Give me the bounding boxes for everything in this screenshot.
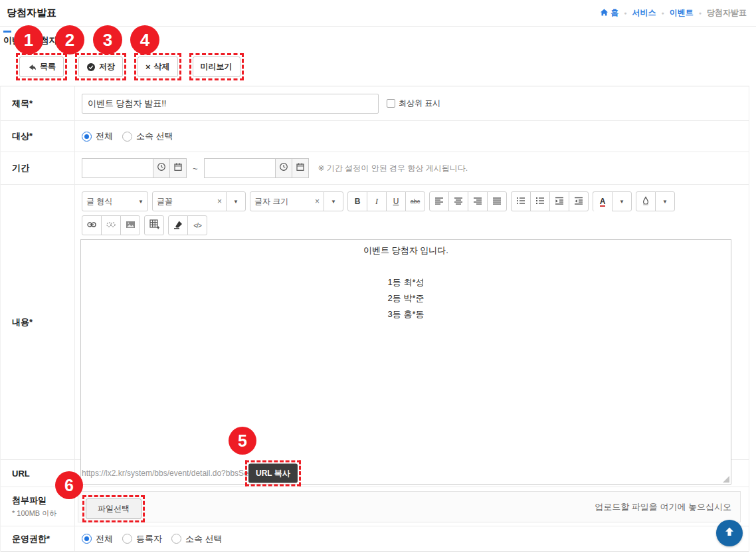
permission-radio-registrant-label: 등록자 [136, 533, 162, 545]
align-right-button[interactable] [468, 191, 488, 211]
chevron-down-icon: ▼ [619, 199, 624, 205]
bullet-list-button[interactable] [511, 191, 531, 211]
file-select-button[interactable]: 파일선택 [86, 498, 142, 519]
target-radio-group[interactable] [122, 132, 132, 142]
strikethrough-button[interactable]: abc [405, 191, 425, 211]
scroll-to-top-button[interactable] [716, 520, 743, 546]
row-target: 대상* 전체 소속 선택 [1, 121, 749, 152]
target-radio-all[interactable] [82, 132, 92, 142]
period-end-group [204, 158, 309, 178]
code-view-button[interactable]: </> [187, 215, 207, 235]
font-color-button[interactable]: A [593, 191, 613, 211]
permission-radio-group[interactable] [171, 534, 181, 544]
align-left-button[interactable] [429, 191, 449, 211]
highlight-color-button[interactable] [636, 191, 656, 211]
target-radio-group-label: 소속 선택 [136, 130, 173, 142]
font-select[interactable]: 글꼴 × [152, 191, 227, 211]
url-field: https://lx2.kr/system/bbs/event/detail.d… [75, 460, 749, 487]
insert-group [82, 215, 140, 235]
size-select-caret[interactable]: ▼ [324, 191, 343, 211]
underline-button[interactable]: U [386, 191, 406, 211]
period-tilde: ~ [193, 164, 198, 173]
font-select-caret[interactable]: ▼ [226, 191, 246, 211]
permission-radio-all-label: 전체 [96, 533, 113, 545]
align-group [429, 191, 507, 211]
permission-radio-registrant[interactable] [122, 534, 132, 544]
annotation-badge-4: 4 [130, 25, 159, 55]
outdent-button[interactable] [569, 191, 589, 211]
breadcrumb-item-service[interactable]: 서비스 [632, 7, 656, 19]
editor-text-line: 2등 박*준 [81, 290, 731, 306]
format-select[interactable]: 글 형식 ▼ [82, 191, 148, 211]
image-icon [126, 220, 136, 231]
misc-group: </> [168, 215, 207, 235]
clear-icon[interactable]: × [217, 197, 222, 206]
date-picker-button[interactable] [169, 158, 187, 178]
size-select-group: 글자 크기 × ▼ [250, 191, 343, 211]
link-icon [86, 220, 97, 231]
clear-icon[interactable]: × [315, 197, 320, 206]
numbered-list-button[interactable] [530, 191, 550, 211]
font-color-caret[interactable]: ▼ [612, 191, 632, 211]
annotation-box-5: URL 복사 [245, 461, 301, 487]
editor-text-line: 이벤트 당첨자 입니다. [81, 243, 731, 259]
permission-radio-all[interactable] [82, 534, 92, 544]
content-label: 내용* [1, 185, 75, 459]
clear-format-button[interactable] [168, 215, 188, 235]
unlink-button[interactable] [101, 215, 121, 235]
row-period: 기간 ~ [1, 152, 749, 185]
align-justify-button[interactable] [487, 191, 507, 211]
row-permission: 운영권한* 전체 등록자 소속 선택 [1, 526, 749, 552]
editor-text-line: 3등 홍*동 [81, 306, 731, 322]
align-center-button[interactable] [448, 191, 468, 211]
editor-content[interactable]: 이벤트 당첨자 입니다. 1등 최*성 2등 박*준 3등 홍*동 [80, 239, 731, 485]
breadcrumb-item-event[interactable]: 이벤트 [670, 7, 694, 19]
table-icon [149, 219, 159, 231]
save-button[interactable]: 저장 [78, 56, 123, 77]
period-note: ※ 기간 설정이 안된 경우 항상 게시됩니다. [318, 163, 468, 174]
italic-button[interactable]: I [367, 191, 387, 211]
highlight-color-caret[interactable]: ▼ [655, 191, 675, 211]
check-circle-icon [86, 62, 96, 72]
permission-field: 전체 등록자 소속 선택 [75, 526, 749, 551]
permission-label: 운영권한* [1, 526, 75, 551]
table-button[interactable] [144, 215, 164, 235]
breadcrumb-home[interactable]: 홈 [600, 7, 618, 19]
file-dropzone[interactable]: 파일선택 업로드할 파일을 여기에 놓으십시오 [78, 491, 741, 522]
annotation-box-1: 목록 [16, 53, 67, 80]
link-button[interactable] [82, 215, 102, 235]
period-end-input[interactable] [204, 158, 276, 178]
eraser-icon [173, 220, 183, 231]
preview-button[interactable]: 미리보기 [193, 56, 240, 77]
highlight-group: ▼ [636, 191, 675, 211]
time-picker-button[interactable] [275, 158, 292, 178]
title-label: 제목* [1, 86, 75, 120]
period-start-input[interactable] [82, 158, 153, 178]
url-copy-button[interactable]: URL 복사 [248, 464, 298, 483]
outdent-icon [574, 196, 583, 207]
annotation-badge-2: 2 [55, 25, 84, 55]
arrow-up-icon [723, 525, 736, 541]
image-button[interactable] [120, 215, 140, 235]
target-field: 전체 소속 선택 [75, 121, 749, 152]
delete-button[interactable]: × 삭제 [138, 56, 178, 77]
date-picker-button[interactable] [292, 158, 309, 178]
chevron-down-icon: ▼ [331, 199, 336, 205]
bold-button[interactable]: B [347, 191, 367, 211]
content-field: 글 형식 ▼ 글꼴 × ▼ 글자 크기 [75, 185, 749, 459]
indent-button[interactable] [549, 191, 569, 211]
top-display-checkbox[interactable] [387, 99, 395, 108]
attachment-size-limit: * 100MB 이하 [12, 508, 74, 518]
header: 당첨자발표 홈 ● 서비스 ● 이벤트 ● 당첨자발표 [0, 0, 756, 27]
annotation-badge-1: 1 [14, 25, 43, 55]
list-button[interactable]: 목록 [19, 56, 64, 77]
dropzone-hint: 업로드할 파일을 여기에 놓으십시오 [595, 492, 731, 522]
row-url: URL https://lx2.kr/system/bbs/event/deta… [1, 460, 749, 487]
title-input[interactable] [82, 94, 379, 114]
action-bar: 목록 저장 × 삭제 미리보기 [0, 53, 756, 86]
size-select[interactable]: 글자 크기 × [250, 191, 324, 211]
url-value: https://lx2.kr/system/bbs/event/detail.d… [82, 469, 256, 478]
time-picker-button[interactable] [153, 158, 170, 178]
chevron-down-icon: ▼ [138, 199, 143, 205]
form-table: 제목* 최상위 표시 대상* 전체 소속 선택 기간 [0, 86, 749, 552]
